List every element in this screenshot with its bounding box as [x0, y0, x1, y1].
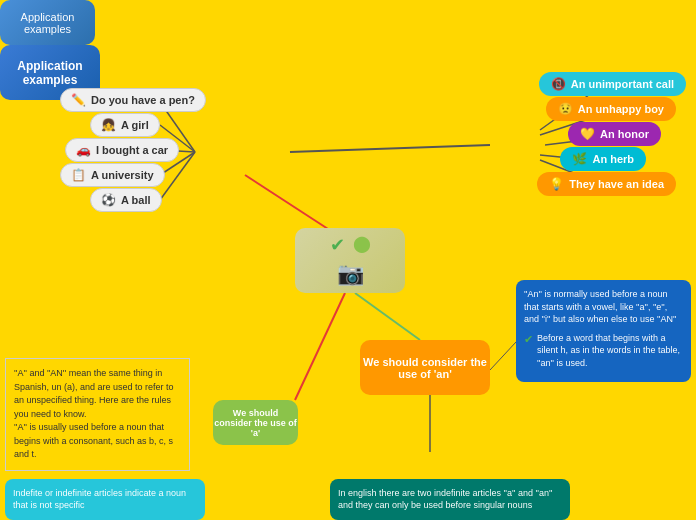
car-label: I bought a car [96, 144, 168, 156]
pen-label: Do you have a pen? [91, 94, 195, 106]
unhappy-node: 😟 An unhappy boy [546, 97, 676, 121]
camera-icons-row: ✔ ⬤ [330, 234, 371, 256]
unhappy-label: An unhappy boy [578, 103, 664, 115]
info-box-bottom: In english there are two indefinite arti… [330, 479, 570, 520]
unhappy-icon: 😟 [558, 102, 573, 116]
unimportant-node: 📵 An unimportant call [539, 72, 686, 96]
ball-label: A ball [121, 194, 151, 206]
info-right-para1: ''An'' is normally used before a noun th… [524, 288, 683, 326]
consider-label: We should consider the use of 'an' [360, 356, 490, 380]
svg-line-12 [355, 293, 420, 340]
car-icon: 🚗 [76, 143, 91, 157]
ball-icon: ⚽ [101, 193, 116, 207]
info-right-item1-text: Before a word that begins with a silent … [537, 332, 683, 370]
camera-icon: 📷 [337, 261, 364, 287]
app-ex-right-label: Application examples [0, 59, 100, 87]
info-box-right: ''An'' is normally used before a noun th… [516, 280, 691, 382]
idea-label: They have an idea [569, 178, 664, 190]
info-right-item1: ✔ Before a word that begins with a silen… [524, 332, 683, 370]
svg-line-13 [295, 293, 345, 400]
girl-node: 👧 A girl [90, 113, 160, 137]
university-label: A university [91, 169, 154, 181]
idea-node: 💡 They have an idea [537, 172, 676, 196]
herb-node: 🌿 An herb [560, 147, 646, 171]
checkmark-icon: ✔ [524, 332, 533, 347]
info-box-bottom-left: Indefite or indefinite articles indicate… [5, 479, 205, 520]
svg-line-5 [290, 145, 490, 152]
unimportant-label: An unimportant call [571, 78, 674, 90]
camera-node: ✔ ⬤ 📷 [295, 228, 405, 293]
consider-small-node[interactable]: We should consider the use of 'a' [213, 400, 298, 445]
car-node: 🚗 I bought a car [65, 138, 179, 162]
girl-label: A girl [121, 119, 149, 131]
circle-icon: ⬤ [353, 234, 371, 256]
ball-node: ⚽ A ball [90, 188, 162, 212]
consider-small-label: We should consider the use of 'a' [213, 408, 298, 438]
consider-node[interactable]: We should consider the use of 'an' [360, 340, 490, 395]
info-box-left: ''A'' and ''AN'' mean the same thing in … [5, 358, 190, 471]
herb-label: An herb [592, 153, 634, 165]
unimportant-icon: 📵 [551, 77, 566, 91]
university-node: 📋 A university [60, 163, 165, 187]
idea-icon: 💡 [549, 177, 564, 191]
university-icon: 📋 [71, 168, 86, 182]
honor-label: An honor [600, 128, 649, 140]
girl-icon: 👧 [101, 118, 116, 132]
pen-icon: ✏️ [71, 93, 86, 107]
info-left-text: ''A'' and ''AN'' mean the same thing in … [14, 367, 181, 462]
pen-node: ✏️ Do you have a pen? [60, 88, 206, 112]
check-icon: ✔ [330, 234, 345, 256]
honor-node: 💛 An honor [568, 122, 661, 146]
info-bottom-left-text: Indefite or indefinite articles indicate… [13, 487, 197, 512]
central-node[interactable]: Application examples [0, 0, 95, 45]
honor-icon: 💛 [580, 127, 595, 141]
info-bottom-text: In english there are two indefinite arti… [338, 487, 562, 512]
central-label: Application examples [0, 11, 95, 35]
herb-icon: 🌿 [572, 152, 587, 166]
